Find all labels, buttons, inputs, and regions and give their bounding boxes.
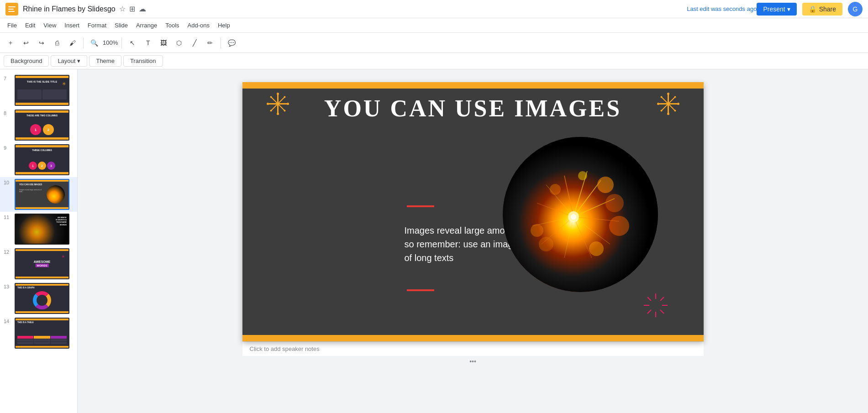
svg-point-27 [674, 110, 676, 112]
format-bar: Background Layout ▾ Theme Transition [0, 53, 868, 69]
chevron-down-icon: ▾ [77, 58, 80, 64]
title-right: Present ▾ 🔒 Share G [757, 2, 863, 16]
menu-addons[interactable]: Add-ons [184, 20, 213, 31]
theme-button[interactable]: Theme [89, 55, 121, 67]
pagination-dots: ••• [469, 358, 476, 365]
red-line-bottom [407, 289, 434, 291]
svg-point-11 [287, 103, 289, 105]
slide-thumb-9: THREE COLUMNS 1 2 3 [15, 144, 69, 175]
svg-point-21 [667, 113, 669, 115]
menu-tools[interactable]: Tools [162, 20, 183, 31]
app-logo [5, 3, 18, 16]
red-line-top [407, 205, 434, 207]
svg-point-44 [503, 137, 658, 292]
cloud-icon[interactable]: ☁ [139, 5, 146, 13]
gold-bar-top [242, 82, 704, 89]
sparkler-image[interactable] [503, 137, 658, 292]
menu-help[interactable]: Help [214, 20, 234, 31]
speaker-notes-text: Click to add speaker notes [250, 345, 320, 352]
folder-icon[interactable]: ⊞ [129, 5, 135, 13]
slide-item-9[interactable]: 9 THREE COLUMNS 1 2 3 [0, 142, 77, 177]
svg-point-10 [267, 103, 269, 105]
svg-line-40 [647, 297, 651, 301]
slide-item-12[interactable]: 12 AWESOMEWORDS ✳ [0, 246, 77, 281]
present-button[interactable]: Present ▾ [757, 3, 796, 16]
svg-rect-3 [8, 11, 15, 12]
chevron-down-icon: ▾ [787, 5, 790, 13]
star-icon[interactable]: ☆ [119, 5, 126, 13]
avatar[interactable]: G [848, 2, 863, 16]
svg-point-63 [605, 194, 624, 212]
svg-line-41 [660, 297, 664, 301]
image-button[interactable]: 🖼 [157, 36, 170, 50]
slide-number-8: 8 [4, 110, 11, 116]
slide-item-13[interactable]: 13 THIS IS A GRAPH [0, 281, 77, 316]
title-icons: ☆ ⊞ ☁ [119, 5, 146, 13]
menu-slide[interactable]: Slide [111, 20, 132, 31]
svg-point-57 [597, 177, 614, 193]
svg-point-60 [589, 241, 604, 256]
menu-bar: File Edit View Insert Format Slide Arran… [0, 18, 868, 33]
print-button[interactable]: ⎙ [50, 36, 64, 50]
last-edit-link[interactable]: Last edit was seconds ago [687, 5, 757, 12]
slide-canvas[interactable]: YOU CAN USE IMAGES [242, 82, 704, 341]
slide-title[interactable]: YOU CAN USE IMAGES [242, 95, 704, 122]
lock-icon: 🔒 [809, 5, 816, 13]
redo-button[interactable]: ↪ [35, 36, 48, 50]
menu-format[interactable]: Format [84, 20, 110, 31]
slide-thumb-14: THIS IS A TABLE [15, 318, 69, 349]
menu-file[interactable]: File [4, 20, 21, 31]
menu-arrange[interactable]: Arrange [132, 20, 161, 31]
svg-point-26 [660, 110, 662, 112]
comment-button[interactable]: 💬 [225, 36, 238, 50]
menu-view[interactable]: View [40, 20, 60, 31]
slide-thumb-12: AWESOMEWORDS ✳ [15, 248, 69, 279]
text-box-button[interactable]: T [141, 36, 155, 50]
toolbar: ＋ ↩ ↪ ⎙ 🖌 🔍 100% ↖ T 🖼 ⬡ ╱ ✏ 💬 [0, 33, 868, 53]
svg-point-66 [571, 214, 576, 220]
undo-button[interactable]: ↩ [19, 36, 33, 50]
speaker-notes-bar[interactable]: Click to add speaker notes [242, 341, 704, 356]
slide-thumb-7: THIS IS THE SLIDE TITLE ✳ [15, 75, 69, 106]
lines-button[interactable]: ╱ [188, 36, 201, 50]
svg-point-12 [270, 96, 272, 98]
svg-point-14 [270, 110, 272, 112]
star-left-icon [265, 91, 290, 119]
share-button[interactable]: 🔒 Share [802, 3, 842, 16]
star-right-icon [656, 91, 681, 119]
zoom-out-button[interactable]: 🔍 [87, 36, 101, 50]
gold-bar-bottom [242, 335, 704, 341]
svg-point-9 [277, 113, 279, 115]
svg-point-58 [609, 216, 629, 236]
svg-point-62 [578, 171, 587, 180]
slide-number-9: 9 [4, 144, 11, 151]
background-button[interactable]: Background [4, 55, 49, 67]
slide-item-14[interactable]: 14 THIS IS A TABLE [0, 316, 77, 350]
firework-bottomright-icon [640, 289, 672, 323]
menu-insert[interactable]: Insert [61, 20, 83, 31]
add-button[interactable]: ＋ [4, 36, 17, 50]
slide-number-12: 12 [4, 248, 11, 255]
divider-1 [83, 37, 84, 48]
scribble-button[interactable]: ✏ [203, 36, 217, 50]
slide-thumb-10: YOU CAN USE IMAGES Images reveal large a… [15, 179, 69, 210]
slide-thumb-13: THIS IS A GRAPH [15, 283, 69, 314]
cursor-button[interactable]: ↖ [126, 36, 139, 50]
transition-button[interactable]: Transition [123, 55, 163, 67]
slide-item-11[interactable]: 11 AN IMAGEIS WORTH ATHOUSANDWORDS [0, 212, 77, 246]
svg-point-24 [660, 96, 662, 98]
shapes-button[interactable]: ⬡ [172, 36, 186, 50]
editor-area: YOU CAN USE IMAGES [78, 69, 868, 413]
slide-number-7: 7 [4, 75, 11, 81]
svg-point-25 [674, 96, 676, 98]
svg-point-23 [677, 103, 679, 105]
slide-number-10: 10 [4, 179, 11, 185]
layout-button[interactable]: Layout ▾ [51, 55, 87, 67]
slide-number-13: 13 [4, 283, 11, 289]
slide-item-10[interactable]: 10 YOU CAN USE IMAGES Images reveal larg… [0, 177, 77, 212]
slide-item-7[interactable]: 7 THIS IS THE SLIDE TITLE ✳ [0, 73, 77, 108]
paint-format-button[interactable]: 🖌 [66, 36, 79, 50]
menu-edit[interactable]: Edit [21, 20, 39, 31]
svg-line-43 [660, 310, 664, 314]
slide-item-8[interactable]: 8 THESE ARE TWO COLUMNS 1 2 [0, 108, 77, 142]
